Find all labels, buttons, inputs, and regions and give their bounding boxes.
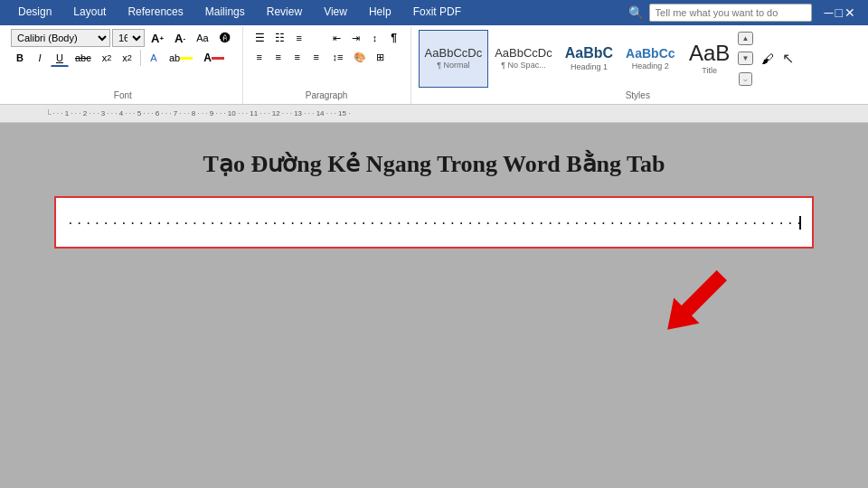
ribbon: Design Layout References Mailings Review… (0, 0, 868, 105)
style-no-spacing-preview: AaBbCcDc (495, 47, 552, 59)
ruler-marks: └ · · · 1 · · · 2 · · · 3 · · · 4 · · · … (0, 109, 350, 118)
multilevel-icon: ≡ (296, 33, 301, 43)
style-heading2-label: Heading 2 (632, 61, 669, 70)
strikethrough-button[interactable]: abc (71, 49, 96, 67)
style-title[interactable]: AaB Title (682, 30, 738, 88)
decrease-indent-icon: ⇤ (333, 33, 341, 44)
line-spacing-button[interactable]: ↕≡ (328, 48, 348, 66)
show-hide-button[interactable]: ¶ (385, 29, 403, 47)
tab-mailings[interactable]: Mailings (194, 0, 256, 25)
arrow-container (54, 256, 814, 346)
numbering-button[interactable]: ☷ (270, 29, 289, 47)
font-row2: B I U abc x2 x2 A ab A (11, 49, 229, 67)
style-no-spacing-label: ¶ No Spac... (501, 61, 545, 70)
font-shrink-button[interactable]: A- (170, 29, 190, 47)
increase-indent-button[interactable]: ⇥ (347, 29, 365, 47)
font-name-select[interactable]: Calibri (Body) (11, 29, 110, 47)
borders-button[interactable]: ⊞ (372, 48, 390, 66)
font-row1: Calibri (Body) 16 A+ A- Aa 🅐 (11, 29, 235, 47)
align-center-icon: ≡ (275, 52, 280, 62)
sort-button[interactable]: ↕ (366, 29, 384, 47)
style-title-preview: AaB (689, 42, 730, 64)
bold-button[interactable]: B (11, 49, 29, 67)
style-heading1-preview: AaBbC (565, 46, 613, 61)
close-icon[interactable]: ✕ (844, 5, 855, 20)
ruler-tab-icon: └ (45, 109, 51, 118)
decrease-indent-button[interactable]: ⇤ (328, 29, 346, 47)
subscript-button[interactable]: x2 (98, 49, 117, 67)
justify-button[interactable]: ≡ (307, 48, 326, 66)
style-heading2-preview: AaBbCc (626, 47, 675, 60)
style-heading1-label: Heading 1 (571, 62, 608, 71)
styles-scroll-down[interactable]: ▼ (738, 52, 754, 65)
search-input[interactable] (649, 4, 812, 22)
style-normal[interactable]: AaBbCcDc ¶ Normal (419, 30, 489, 88)
format-painter-icon: 🖌 (761, 52, 774, 66)
align-center-button[interactable]: ≡ (269, 48, 288, 66)
search-icon: 🔍 (628, 5, 644, 20)
style-heading1[interactable]: AaBbC Heading 1 (559, 30, 619, 88)
justify-icon: ≡ (313, 52, 318, 62)
change-case-button[interactable]: Aa (192, 29, 212, 47)
maximize-icon[interactable]: □ (835, 5, 843, 20)
style-normal-preview: AaBbCcDc (425, 47, 483, 59)
styles-group: AaBbCcDc ¶ Normal AaBbCcDc ¶ No Spac... … (411, 27, 864, 104)
tab-review[interactable]: Review (256, 0, 313, 25)
dotted-line: ········································… (67, 216, 801, 230)
tab-layout[interactable]: Layout (62, 0, 117, 25)
underline-button[interactable]: U (51, 49, 69, 67)
minimize-icon[interactable]: ─ (825, 5, 834, 20)
para-group-label: Paragraph (243, 90, 410, 100)
para-group: ☰ ☷ ≡ ≡ ≡ (243, 27, 411, 104)
font-color-button[interactable]: A (199, 49, 229, 67)
tab-references[interactable]: References (117, 0, 193, 25)
styles-scroll-up[interactable]: ▲ (738, 32, 754, 45)
font-grow-button[interactable]: A+ (146, 29, 168, 47)
red-arrow (651, 256, 741, 346)
highlight-icon: ab (169, 52, 180, 63)
ribbon-tab-bar: Design Layout References Mailings Review… (0, 0, 868, 25)
font-color-letter: A (203, 52, 212, 64)
multilevel-button[interactable]: ≡ (290, 29, 308, 47)
align-right-button[interactable]: ≡ (288, 48, 307, 66)
cursor-icon: ↖ (782, 50, 794, 67)
clear-format-button[interactable]: 🅐 (215, 29, 235, 47)
ruler: └ · · · 1 · · · 2 · · · 3 · · · 4 · · · … (0, 105, 868, 123)
styles-more[interactable]: ⌵ (739, 72, 752, 86)
styles-group-label: Styles (411, 90, 864, 100)
ruler-mark-1: · · · 1 · · · 2 · · · 3 · · · 4 · · · 5 … (52, 109, 350, 117)
line-spacing-icon: ↕≡ (333, 52, 344, 62)
align-right-icon: ≡ (294, 52, 299, 62)
align-left-button[interactable]: ≡ (250, 48, 269, 66)
shading-icon: 🎨 (354, 52, 366, 63)
style-title-label: Title (702, 66, 717, 75)
superscript-button[interactable]: x2 (118, 49, 137, 67)
svg-marker-0 (655, 263, 734, 343)
highlight-color-bar (180, 57, 193, 60)
tab-design[interactable]: Design (7, 0, 62, 25)
tab-view[interactable]: View (313, 0, 358, 25)
dotted-line-box: ········································… (54, 196, 814, 249)
font-size-select[interactable]: 16 (112, 29, 145, 47)
format-painter-button[interactable]: 🖌 (757, 50, 778, 68)
show-hide-icon: ¶ (391, 32, 397, 44)
style-normal-label: ¶ Normal (437, 61, 469, 70)
ribbon-body: Calibri (Body) 16 A+ A- Aa 🅐 B I U abc x… (0, 25, 868, 105)
text-highlight-button[interactable]: ab (165, 49, 197, 67)
dotted-line-container: ········································… (67, 216, 801, 230)
bullets-button[interactable]: ☰ (250, 29, 269, 47)
text-effects-button[interactable]: A (145, 49, 163, 67)
styles-scrollbar: ▲ ▼ ⌵ (738, 30, 754, 88)
shading-button[interactable]: 🎨 (349, 48, 371, 66)
tab-help[interactable]: Help (358, 0, 402, 25)
italic-button[interactable]: I (31, 49, 49, 67)
borders-icon: ⊞ (376, 52, 384, 63)
align-left-icon: ≡ (256, 52, 261, 62)
bullets-icon: ☰ (255, 32, 265, 44)
sort-icon: ↕ (373, 33, 378, 43)
doc-area: Tạo Đường Kẻ Ngang Trong Word Bằng Tab ·… (0, 123, 868, 488)
style-no-spacing[interactable]: AaBbCcDc ¶ No Spac... (488, 30, 559, 88)
tab-foxit[interactable]: Foxit PDF (402, 0, 472, 25)
style-heading2[interactable]: AaBbCc Heading 2 (619, 30, 681, 88)
font-group-label: Font (4, 90, 242, 100)
